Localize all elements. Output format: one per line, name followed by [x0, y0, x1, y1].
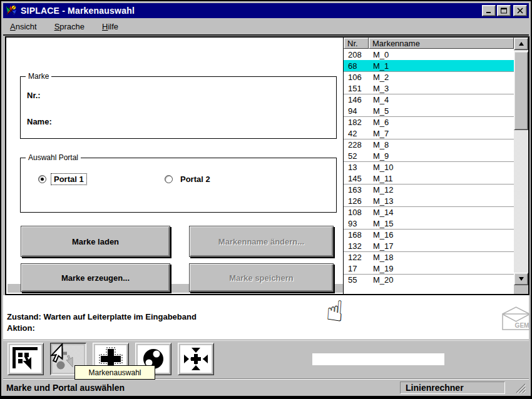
- maximize-icon: [500, 8, 508, 14]
- radio-circle-icon: [165, 175, 173, 183]
- row-name: M_20: [369, 275, 514, 285]
- aktion-text: Aktion:: [7, 323, 35, 333]
- row-nr: 42: [344, 129, 369, 138]
- machine-select-button[interactable]: [8, 343, 44, 375]
- row-nr: 126: [344, 196, 369, 206]
- row-nr: 182: [344, 118, 369, 127]
- row-nr: 68: [344, 61, 369, 71]
- zustand-text: Zustand: Warten auf Leiterplatte im Eing…: [7, 312, 197, 321]
- title-bar[interactable]: SIPLACE - Markenauswahl: [3, 3, 529, 18]
- resize-grip[interactable]: [513, 381, 526, 394]
- row-nr: 228: [344, 140, 369, 149]
- row-nr: 108: [344, 208, 369, 217]
- row-nr: 106: [344, 73, 369, 82]
- close-icon: [516, 8, 524, 14]
- portal-2-label: Portal 2: [177, 173, 213, 185]
- scrollbar-thumb[interactable]: [514, 51, 528, 130]
- list-row[interactable]: 126M_13: [344, 195, 514, 206]
- row-name: M_15: [369, 219, 514, 228]
- row-name: M_3: [369, 84, 514, 93]
- row-nr: 132: [344, 241, 369, 251]
- list-row[interactable]: 68M_1: [344, 60, 514, 71]
- name-label: Name:: [27, 117, 52, 126]
- list-row[interactable]: 93M_15: [344, 218, 514, 229]
- menu-hilfe[interactable]: Hilfe: [98, 21, 123, 33]
- portal-radio[interactable]: Portal 1: [38, 173, 87, 185]
- status-area: Zustand: Warten auf Leiterplatte im Eing…: [3, 295, 529, 340]
- list-row[interactable]: 55M_20: [344, 274, 514, 285]
- toolbar-display-field: [312, 353, 444, 365]
- mark-list-rows: 208M_068M_1106M_2151M_3146M_494M_5182M_6…: [344, 49, 514, 294]
- marke-erzeugen-button[interactable]: Marke erzeugen...: [21, 263, 170, 292]
- row-name: M_13: [369, 196, 514, 206]
- row-name: M_2: [369, 73, 514, 82]
- row-nr: 145: [344, 174, 369, 183]
- menu-sprache[interactable]: Sprache: [51, 21, 90, 33]
- row-name: M_17: [369, 241, 514, 251]
- list-row[interactable]: 108M_14: [344, 206, 514, 218]
- center-mark-button[interactable]: [178, 343, 214, 375]
- marke-groupbox: Marke Nr.: Name:: [20, 76, 337, 139]
- list-row[interactable]: 182M_6: [344, 116, 514, 128]
- menu-ansicht[interactable]: Ansicht: [6, 21, 42, 33]
- list-row[interactable]: 151M_3: [344, 83, 514, 94]
- portal-radio[interactable]: Portal 2: [165, 173, 213, 185]
- list-row[interactable]: 42M_7: [344, 128, 514, 139]
- portal-groupbox: Auswahl Portal Portal 1 Portal 2: [20, 158, 337, 213]
- column-header-nr[interactable]: Nr.: [344, 38, 369, 49]
- list-row[interactable]: 145M_11: [344, 173, 514, 184]
- arrow-up-icon: [519, 42, 524, 46]
- list-row[interactable]: 146M_4: [344, 94, 514, 105]
- row-name: M_1: [369, 61, 514, 71]
- list-row[interactable]: 228M_8: [344, 139, 514, 150]
- scroll-down-button[interactable]: [514, 273, 528, 285]
- row-nr: 55: [344, 275, 369, 285]
- list-row[interactable]: 208M_0: [344, 49, 514, 60]
- list-row[interactable]: 132M_17: [344, 240, 514, 251]
- main-panel: Marke Nr.: Name: Auswahl Portal Portal 1…: [5, 36, 529, 295]
- mouse-cursor-icon: [51, 343, 66, 366]
- scrollbar-track[interactable]: [514, 38, 528, 285]
- list-row[interactable]: 52M_9: [344, 150, 514, 161]
- row-name: M_9: [369, 151, 514, 161]
- column-header-markenname[interactable]: Markenname: [369, 38, 514, 49]
- minimize-button[interactable]: [482, 5, 496, 16]
- row-name: M_18: [369, 253, 514, 262]
- center-mark-icon: [180, 345, 212, 373]
- list-row[interactable]: 106M_2: [344, 71, 514, 83]
- list-row[interactable]: 168M_16: [344, 229, 514, 240]
- gem-label: GEM: [515, 322, 529, 329]
- screen: SIPLACE - Markenauswahl Ansicht Sprache …: [0, 0, 532, 399]
- marke-laden-button[interactable]: Marke laden: [21, 226, 170, 257]
- window-title: SIPLACE - Markenauswahl: [21, 6, 481, 16]
- marke-speichern-button: Marke speichern: [189, 263, 334, 292]
- row-nr: 13: [344, 163, 369, 172]
- arrow-down-icon: [519, 277, 524, 281]
- statusbar-message: Marke und Portal auswählen: [6, 383, 125, 393]
- list-header: Nr. Markenname: [344, 38, 514, 49]
- list-row[interactable]: 94M_5: [344, 105, 514, 116]
- list-row[interactable]: 17M_19: [344, 263, 514, 274]
- row-name: M_19: [369, 264, 514, 273]
- row-name: M_6: [369, 118, 514, 127]
- row-nr: 93: [344, 219, 369, 228]
- row-name: M_5: [369, 106, 514, 116]
- list-row[interactable]: 13M_10: [344, 161, 514, 173]
- row-nr: 52: [344, 151, 369, 161]
- row-nr: 151: [344, 84, 369, 93]
- row-nr: 122: [344, 253, 369, 262]
- maximize-button[interactable]: [497, 5, 511, 16]
- radio-circle-icon: [38, 175, 46, 183]
- list-row[interactable]: 122M_18: [344, 251, 514, 263]
- row-name: M_12: [369, 185, 514, 194]
- row-nr: 17: [344, 264, 369, 273]
- scroll-up-button[interactable]: [514, 38, 528, 50]
- list-row[interactable]: 163M_12: [344, 184, 514, 195]
- row-name: M_8: [369, 140, 514, 149]
- portal-group-title: Auswahl Portal: [26, 153, 81, 162]
- menu-separator: [3, 34, 529, 36]
- gem-envelope-icon: GEM: [501, 305, 531, 331]
- row-nr: 94: [344, 106, 369, 116]
- row-name: M_0: [369, 50, 514, 59]
- close-button[interactable]: [513, 5, 527, 16]
